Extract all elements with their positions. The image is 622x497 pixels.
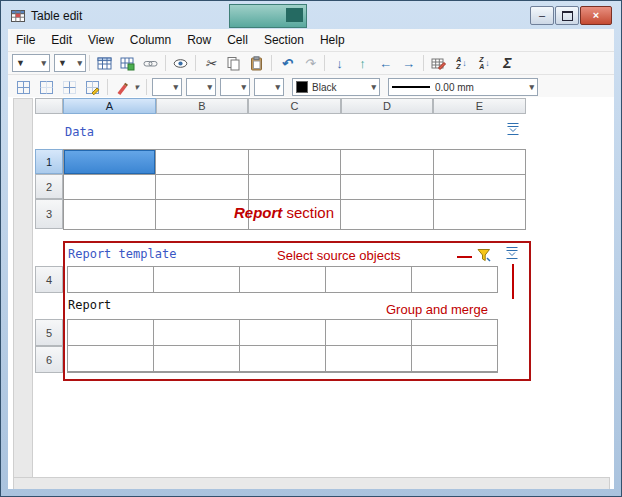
copy-icon xyxy=(226,56,241,71)
borders-inner-button[interactable] xyxy=(58,76,81,98)
line-width-combo[interactable]: 0.00 mm ▾ xyxy=(388,78,538,96)
select-source-objects-button[interactable] xyxy=(476,247,492,263)
borders-edit-button[interactable] xyxy=(81,76,104,98)
scissors-icon: ✂ xyxy=(205,57,216,70)
table-insert-button[interactable] xyxy=(93,52,116,74)
toolbar-main: ▼ ▾ ▼ ▾ xyxy=(8,52,614,75)
move-right-button[interactable]: → xyxy=(397,52,420,74)
report-table-cell[interactable] xyxy=(68,346,153,371)
move-up-button[interactable]: ↑ xyxy=(351,52,374,74)
borders-outer-button[interactable] xyxy=(35,76,58,98)
menu-column[interactable]: Column xyxy=(122,30,179,50)
annotation-dash xyxy=(457,256,472,258)
column-header-c[interactable]: C xyxy=(248,98,341,114)
sort-descending-button[interactable]: ZA ↓ xyxy=(473,52,496,74)
title-bar[interactable]: Table edit – × xyxy=(2,2,620,29)
undo-button[interactable]: ↶ xyxy=(275,52,298,74)
minimize-button[interactable]: – xyxy=(530,6,554,25)
sort-ascending-button[interactable]: AZ ↓ xyxy=(450,52,473,74)
report-table-cell[interactable] xyxy=(154,346,239,371)
preview-button[interactable] xyxy=(169,52,192,74)
selected-cell-a1[interactable] xyxy=(64,150,155,174)
select-source-annotation: Select source objects xyxy=(277,248,401,263)
menu-edit[interactable]: Edit xyxy=(43,30,80,50)
data-table-cell[interactable] xyxy=(341,150,432,174)
maximize-button[interactable] xyxy=(555,6,579,25)
menu-row[interactable]: Row xyxy=(179,30,219,50)
menu-file[interactable]: File xyxy=(8,30,43,50)
format-combo[interactable]: ▼ ▾ xyxy=(54,54,86,72)
style-combo[interactable]: ▼ ▾ xyxy=(12,54,50,72)
data-table-cell[interactable] xyxy=(434,175,525,199)
data-table-cell[interactable] xyxy=(341,200,432,229)
redo-icon: ↷ xyxy=(304,57,315,70)
chevron-down-icon: ▾ xyxy=(241,82,246,92)
report-table-cell[interactable] xyxy=(412,346,497,371)
report-table-cell[interactable] xyxy=(68,320,153,345)
move-down-button[interactable]: ↓ xyxy=(328,52,351,74)
chevron-down-icon: ▾ xyxy=(41,58,46,68)
chevron-down-icon: ▾ xyxy=(275,82,280,92)
template-table-cell[interactable] xyxy=(412,267,497,292)
table-add-button[interactable] xyxy=(116,52,139,74)
line-color-combo[interactable]: Black ▾ xyxy=(292,78,380,96)
row-header-5[interactable]: 5 xyxy=(35,319,63,346)
report-table-cell[interactable] xyxy=(240,346,325,371)
chevron-down-icon: ▾ xyxy=(77,58,82,68)
menu-section[interactable]: Section xyxy=(256,30,312,50)
report-table-cell[interactable] xyxy=(240,320,325,345)
template-table-cell[interactable] xyxy=(326,267,411,292)
report-table-cell[interactable] xyxy=(326,320,411,345)
report-table-cell[interactable] xyxy=(154,320,239,345)
redo-button[interactable]: ↷ xyxy=(298,52,321,74)
template-table-cell[interactable] xyxy=(154,267,239,292)
toolbar-separator xyxy=(165,55,166,71)
column-header-b[interactable]: B xyxy=(156,98,248,114)
toolbar-combo-1[interactable]: ▾ xyxy=(152,78,182,96)
toolbar-combo-3[interactable]: ▾ xyxy=(220,78,250,96)
dropdown-icon: ▼ xyxy=(58,58,73,68)
corner-header[interactable] xyxy=(35,98,63,114)
close-button[interactable]: × xyxy=(580,6,612,25)
link-button[interactable] xyxy=(139,52,162,74)
column-header-d[interactable]: D xyxy=(341,98,433,114)
toolbar-combo-4[interactable]: ▾ xyxy=(254,78,284,96)
row-header-1[interactable]: 1 xyxy=(35,149,63,174)
data-table-cell[interactable] xyxy=(341,175,432,199)
template-table-cell[interactable] xyxy=(240,267,325,292)
paste-button[interactable] xyxy=(245,52,268,74)
template-table-cell[interactable] xyxy=(68,267,153,292)
data-table-cell[interactable] xyxy=(249,175,340,199)
report-table-cell[interactable] xyxy=(412,320,497,345)
data-table-cell[interactable] xyxy=(434,150,525,174)
column-header-a[interactable]: A xyxy=(63,98,156,114)
arrow-left-icon: ← xyxy=(379,57,392,70)
menu-cell[interactable]: Cell xyxy=(219,30,256,50)
column-header-e[interactable]: E xyxy=(433,98,526,114)
row-header-6[interactable]: 6 xyxy=(35,346,63,373)
row-header-3[interactable]: 3 xyxy=(35,199,63,229)
borders-all-button[interactable] xyxy=(12,76,35,98)
menu-help[interactable]: Help xyxy=(312,30,353,50)
data-table-cell[interactable] xyxy=(64,175,155,199)
annotation-line xyxy=(512,264,514,299)
fill-color-button[interactable]: ▾ xyxy=(111,76,143,98)
copy-button[interactable] xyxy=(222,52,245,74)
group-merge-button[interactable] xyxy=(505,121,521,137)
cut-button[interactable]: ✂ xyxy=(199,52,222,74)
edit-table-button[interactable] xyxy=(427,52,450,74)
data-table-cell[interactable] xyxy=(64,200,155,229)
chevron-down-icon: ▾ xyxy=(371,82,376,92)
toolbar-combo-2[interactable]: ▾ xyxy=(186,78,216,96)
move-left-button[interactable]: ← xyxy=(374,52,397,74)
menu-view[interactable]: View xyxy=(80,30,122,50)
group-merge-button-2[interactable] xyxy=(504,245,520,261)
data-table-cell[interactable] xyxy=(434,200,525,229)
report-table-cell[interactable] xyxy=(326,346,411,371)
data-table-cell[interactable] xyxy=(156,150,247,174)
data-table-cell[interactable] xyxy=(156,175,247,199)
sum-button[interactable]: Σ xyxy=(496,52,519,74)
data-table-cell[interactable] xyxy=(249,150,340,174)
row-header-2[interactable]: 2 xyxy=(35,174,63,199)
row-header-4[interactable]: 4 xyxy=(35,266,63,293)
